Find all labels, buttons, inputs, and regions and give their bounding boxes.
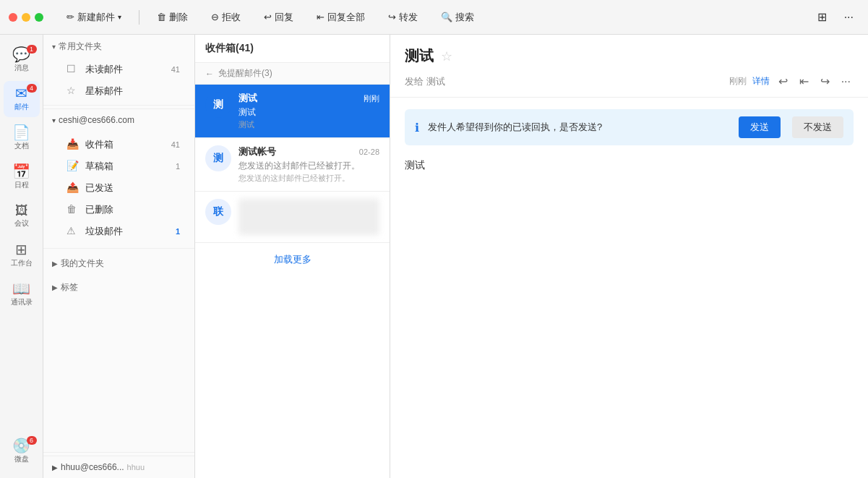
close-button[interactable] [9, 13, 17, 22]
account-header[interactable]: ▾ ceshi@ces666.com [43, 108, 194, 131]
email-content-3 [239, 199, 379, 235]
detail-link[interactable]: 详情 [752, 75, 770, 88]
sent-icon: 📤 [66, 182, 80, 195]
sidebar-item-message[interactable]: 💬 消息 1 [4, 42, 40, 78]
viewer-title-row: 测试 ☆ [405, 46, 854, 66]
workspace-icon: ⊞ [15, 242, 27, 257]
star-icon[interactable]: ☆ [441, 48, 452, 64]
email-item-3[interactable]: 联 [195, 192, 390, 243]
viewer-forward-icon[interactable]: ↪ [817, 72, 833, 91]
reply-all-label: 回复全部 [327, 11, 365, 24]
calendar-label: 日程 [14, 180, 29, 190]
receipt-nosend-button[interactable]: 不发送 [792, 116, 843, 138]
docs-icon: 📄 [12, 125, 30, 140]
account2-label: hhuu@ces666... [61, 462, 124, 472]
nav-item-inbox[interactable]: 📥 收件箱 41 [46, 134, 192, 155]
sidebar-item-mail[interactable]: ✉ 邮件 4 [4, 81, 40, 117]
starred-label: 星标邮件 [85, 85, 123, 98]
unread-label: 未读邮件 [85, 63, 123, 76]
load-more-button[interactable]: 加载更多 [195, 243, 390, 276]
compose-icon: ✏ [66, 12, 74, 22]
email-avatar-1: 测 [205, 92, 231, 118]
disk-badge: 6 [27, 436, 37, 445]
reply-button[interactable]: ↩ 回复 [258, 8, 299, 27]
forward-icon: ↪ [388, 12, 396, 22]
mail-icon: ✉ [15, 86, 27, 101]
email-preview2-2: 您发送的这封邮件已经被打开。 [239, 173, 379, 184]
delete-label: 删除 [169, 11, 188, 24]
common-section-toggle-icon: ▾ [52, 43, 56, 51]
email-item-2[interactable]: 测 测试帐号 02-28 您发送的这封邮件已经被打开。 您发送的这封邮件已经被打… [195, 138, 390, 192]
email-row1-2: 测试帐号 02-28 [239, 145, 379, 158]
email-body-text: 测试 [405, 157, 854, 173]
draft-count: 1 [176, 162, 180, 171]
spam-icon: ⚠ [66, 225, 80, 238]
email-row1-1: 测试 刚刚 [239, 92, 379, 105]
email-title: 测试 [405, 46, 434, 66]
meeting-icon: 🖼 [15, 204, 28, 217]
more-button[interactable]: ··· [838, 8, 859, 27]
spam-count: 1 [176, 227, 180, 236]
my-folders-label: 我的文件夹 [61, 257, 104, 270]
toolbar-right: ⊞ ··· [812, 7, 859, 27]
trash-label: 已删除 [85, 203, 113, 216]
forward-button[interactable]: ↪ 转发 [382, 8, 424, 27]
sidebar-item-contacts[interactable]: 📖 通讯录 [4, 276, 40, 312]
forward-label: 转发 [399, 11, 418, 24]
compose-button[interactable]: ✏ 新建邮件 ▾ [61, 8, 127, 27]
nav-item-spam[interactable]: ⚠ 垃圾邮件 1 [46, 221, 192, 242]
message-label: 消息 [14, 63, 29, 73]
mail-label: 邮件 [14, 102, 29, 112]
email-list-header: 收件箱(41) [195, 35, 390, 63]
icon-sidebar: 💬 消息 1 ✉ 邮件 4 📄 文档 📅 日程 🖼 会议 ⊞ 工作台 📖 通讯录 [0, 35, 43, 478]
inbox-count: 41 [171, 140, 180, 149]
reply-all-button[interactable]: ⇤ 回复全部 [311, 8, 371, 27]
layout-button[interactable]: ⊞ [812, 7, 833, 27]
viewer-reply-all-icon[interactable]: ⇤ [796, 72, 812, 91]
from-label: 发给 [405, 76, 424, 87]
mail-badge: 4 [27, 84, 37, 93]
draft-icon: 📝 [66, 160, 80, 173]
nav-item-sent[interactable]: 📤 已发送 [46, 177, 192, 199]
account-toggle-icon: ▾ [52, 116, 56, 124]
section-divider2 [43, 248, 194, 249]
sidebar-item-docs[interactable]: 📄 文档 [4, 120, 40, 156]
inbox-label: 收件箱 [85, 138, 113, 151]
common-section-header[interactable]: ▾ 常用文件夹 [43, 35, 194, 59]
unread-icon: ☐ [66, 63, 80, 76]
sidebar-item-calendar[interactable]: 📅 日程 [4, 159, 40, 195]
subheader-label: 免提醒邮件(3) [218, 67, 272, 80]
sidebar-item-disk[interactable]: 💿 微盘 6 [4, 433, 40, 469]
minimize-button[interactable] [22, 13, 30, 22]
delete-button[interactable]: 🗑 删除 [151, 8, 194, 27]
nav-item-unread[interactable]: ☐ 未读邮件 41 [46, 59, 192, 80]
nav-item-draft[interactable]: 📝 草稿箱 1 [46, 155, 192, 177]
reject-label: 拒收 [222, 11, 241, 24]
maximize-button[interactable] [35, 13, 43, 22]
nav-item-starred[interactable]: ☆ 星标邮件 [46, 80, 192, 102]
nav-item-trash[interactable]: 🗑 已删除 [46, 199, 192, 221]
search-button[interactable]: 🔍 搜索 [435, 8, 480, 27]
viewer-actions: 刚刚 详情 ↩ ⇤ ↪ ··· [729, 72, 854, 91]
my-folders-header[interactable]: ▶ 我的文件夹 [43, 252, 194, 276]
calendar-icon: 📅 [12, 164, 30, 179]
separator [139, 10, 139, 25]
viewer-body: ℹ 发件人希望得到你的已读回执，是否发送? 发送 不发送 测试 [390, 98, 868, 478]
viewer-more-icon[interactable]: ··· [838, 72, 854, 91]
reject-button[interactable]: ⊖ 拒收 [205, 8, 246, 27]
tags-header[interactable]: ▶ 标签 [43, 276, 194, 299]
traffic-lights [9, 13, 43, 22]
sidebar-item-meeting[interactable]: 🖼 会议 [4, 198, 40, 234]
titlebar: ✏ 新建邮件 ▾ 🗑 删除 ⊖ 拒收 ↩ 回复 ⇤ 回复全部 ↪ 转发 🔍 搜索… [0, 0, 868, 35]
delete-icon: 🗑 [157, 12, 166, 22]
account2-header[interactable]: ▶ hhuu@ces666... hhuu [43, 456, 194, 478]
email-item-1[interactable]: 测 测试 刚刚 测试 测试 [195, 85, 390, 138]
receipt-send-button[interactable]: 发送 [739, 116, 781, 138]
viewer-reply-icon[interactable]: ↩ [775, 72, 791, 91]
contacts-label: 通讯录 [11, 297, 33, 307]
email-preview-2: 您发送的这封邮件已经被打开。 [239, 160, 379, 172]
account-sub: 📥 收件箱 41 📝 草稿箱 1 📤 已发送 🗑 已删除 ⚠ 垃圾邮件 1 [43, 131, 194, 245]
receipt-info-icon: ℹ [415, 121, 419, 135]
subheader-noremind[interactable]: ← 免提醒邮件(3) [195, 63, 390, 85]
sidebar-item-workspace[interactable]: ⊞ 工作台 [4, 237, 40, 273]
